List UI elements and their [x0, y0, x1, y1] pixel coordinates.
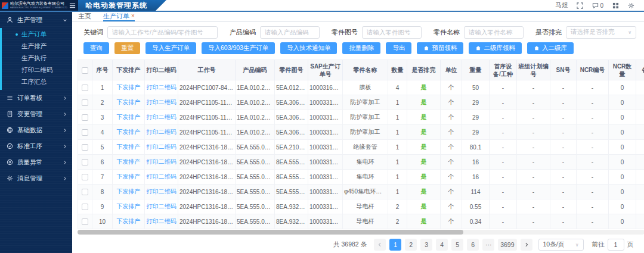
page-button-3699[interactable]: 3699: [498, 239, 516, 251]
scrollbar-thumb[interactable]: [78, 230, 463, 235]
app-title: 哈电动装管理系统: [78, 0, 166, 11]
page-button-6[interactable]: 6: [467, 239, 479, 251]
入二级库-button[interactable]: 入二级库: [527, 42, 574, 54]
批量删除-button[interactable]: 批量删除: [342, 42, 380, 54]
cell-sn_no: -: [550, 80, 577, 95]
导入603/903生产订单-button[interactable]: 导入603/903生产订单: [202, 42, 275, 54]
dispatch-link[interactable]: 下发排产: [117, 143, 141, 150]
col-header-team_plan_no: 班组计划编号: [517, 60, 550, 80]
dispatch-link[interactable]: 下发排产: [117, 173, 141, 180]
print_qr-link[interactable]: 打印二维码: [147, 143, 177, 150]
cell-product_code: 5EA.555.0312: [236, 199, 275, 214]
tab-production-order[interactable]: 生产订单 ×: [103, 12, 135, 21]
dispatch-link[interactable]: 下发排产: [117, 218, 141, 224]
预留领料-button[interactable]: 预留领料: [417, 42, 463, 54]
sidebar-item-消息管理[interactable]: 消息管理: [0, 170, 72, 186]
row-checkbox[interactable]: [82, 99, 88, 106]
print_qr-link[interactable]: 打印二维码: [147, 114, 177, 120]
grid-menu-icon[interactable]: [612, 2, 619, 9]
tab-home[interactable]: 主页: [78, 12, 91, 21]
submenu-item-工序汇总[interactable]: 工序汇总: [2, 76, 72, 88]
username[interactable]: 马煜: [555, 1, 568, 10]
dispatch-link[interactable]: 下发排产: [117, 99, 141, 105]
print_qr-link[interactable]: 打印二维码: [147, 188, 177, 195]
filter-select-是否排完[interactable]: 请选择是否排完∨: [566, 26, 636, 39]
sidebar-item-基础数据[interactable]: 基础数据: [0, 122, 72, 138]
next-page-button[interactable]: [521, 239, 532, 251]
二级库领料-button[interactable]: 二级库领料: [469, 42, 522, 54]
cell-scheduled: 是: [407, 125, 441, 140]
导出-button[interactable]: 导出: [386, 42, 411, 54]
print_qr-link[interactable]: 打印二维码: [147, 99, 177, 105]
row-checkbox[interactable]: [82, 144, 88, 151]
cell-qty: 2: [388, 214, 407, 229]
select-all-checkbox[interactable]: [82, 67, 88, 74]
导入技术通知单-button[interactable]: 导入技术通知单: [280, 42, 338, 54]
sidebar-item-生产管理[interactable]: 生产管理: [0, 12, 72, 28]
cell-unit: 个: [441, 95, 462, 110]
cell-part_name: 防护罩加工: [343, 125, 388, 140]
dispatch-link[interactable]: 下发排产: [117, 203, 141, 210]
page-button-1[interactable]: 1: [389, 239, 401, 251]
dispatch-link[interactable]: 下发排产: [117, 114, 141, 120]
gear-icon[interactable]: [628, 2, 634, 9]
col-header-ncr_qty: NCR数量: [609, 60, 636, 80]
cell-product_code: 5EA.555.0312: [236, 170, 275, 185]
row-checkbox[interactable]: [82, 204, 88, 210]
cell-ncr_no: -: [577, 125, 609, 140]
submenu-item-生产排产[interactable]: 生产排产: [2, 40, 72, 52]
dispatch-link[interactable]: 下发排产: [117, 188, 141, 195]
goto-page-input[interactable]: [608, 239, 624, 251]
hamburger-icon[interactable]: [69, 2, 76, 9]
cell-ncr_qty: 0: [609, 170, 636, 185]
cell-qty: 1: [388, 110, 407, 125]
dispatch-link[interactable]: 下发排产: [117, 158, 141, 165]
page-button-5[interactable]: 5: [451, 239, 463, 251]
导入生产订单-button[interactable]: 导入生产订单: [145, 42, 196, 54]
close-icon[interactable]: ×: [131, 13, 135, 19]
filter-input-零件名称[interactable]: [464, 26, 524, 39]
重置-button[interactable]: 重置: [114, 42, 140, 54]
cell-product_code: 5EA.555.0312: [236, 214, 275, 229]
submenu-item-生产订单[interactable]: 生产订单: [2, 29, 72, 40]
dispatch-link[interactable]: 下发排产: [117, 129, 141, 135]
print_qr-link[interactable]: 打印二维码: [147, 84, 177, 90]
row-checkbox[interactable]: [82, 129, 88, 136]
row-checkbox[interactable]: [82, 159, 88, 165]
page-button-3[interactable]: 3: [420, 239, 432, 251]
filter-input-关键词[interactable]: [107, 26, 218, 39]
fullscreen-icon[interactable]: [577, 2, 583, 9]
print_qr-link[interactable]: 打印二维码: [147, 158, 177, 165]
dispatch-link[interactable]: 下发排产: [117, 84, 141, 90]
row-checkbox[interactable]: [82, 114, 88, 121]
cell-sap_order_no: 10003311348: [308, 155, 343, 170]
col-header-scheduled: 是否排完: [407, 60, 441, 80]
page-button-4[interactable]: 4: [436, 239, 448, 251]
sidebar-item-订单看板[interactable]: 订单看板: [0, 90, 72, 106]
filter-input-产品编码[interactable]: [260, 26, 320, 39]
sidebar-item-质量异常[interactable]: 质量异常: [0, 154, 72, 170]
page-button-2[interactable]: 2: [405, 239, 417, 251]
print_qr-link[interactable]: 打印二维码: [147, 203, 177, 210]
sidebar-item-变更管理[interactable]: 变更管理: [0, 106, 72, 122]
submenu-item-生产执行[interactable]: 生产执行: [2, 52, 72, 64]
production-icon: [7, 17, 14, 23]
print_qr-link[interactable]: 打印二维码: [147, 173, 177, 180]
cell-checkbox: [78, 199, 92, 214]
sidebar-item-标准工序[interactable]: 标准工序: [0, 138, 72, 154]
prev-page-button[interactable]: [374, 239, 386, 251]
submenu-item-打印二维码[interactable]: 打印二维码: [2, 64, 72, 76]
row-checkbox[interactable]: [82, 189, 88, 195]
cell-unit: 个: [441, 80, 462, 95]
查询-button[interactable]: 查询: [83, 42, 109, 54]
print_qr-link[interactable]: 打印二维码: [147, 218, 177, 224]
print_qr-link[interactable]: 打印二维码: [147, 129, 177, 135]
row-checkbox[interactable]: [82, 218, 88, 225]
page-size-select[interactable]: 10条/页 ∨: [538, 239, 584, 251]
row-checkbox[interactable]: [82, 85, 88, 91]
message-icon[interactable]: 0: [592, 2, 603, 9]
filter-input-零件图号[interactable]: [362, 26, 422, 39]
row-checkbox[interactable]: [82, 174, 88, 180]
horizontal-scrollbar[interactable]: [78, 230, 644, 235]
cell-print_qr: 打印二维码: [145, 110, 178, 125]
